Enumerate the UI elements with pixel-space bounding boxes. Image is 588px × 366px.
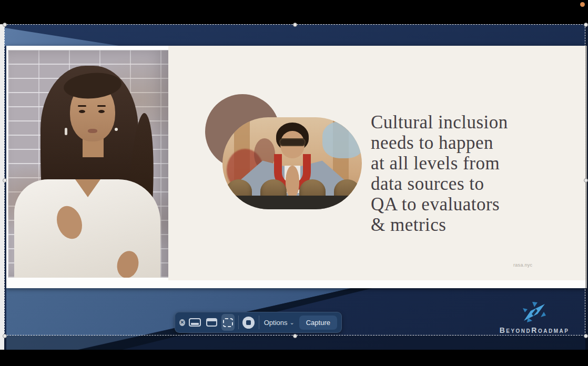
screen-capture-overlay: Cultural inclusion needs to happen at al… [0,0,588,366]
selection-handle-middle-right[interactable] [584,178,588,182]
selection-handle-top-left[interactable] [3,23,7,27]
selection-handle-top-right[interactable] [584,23,588,27]
dimmed-area-right [585,24,588,350]
selection-handle-bottom-right[interactable] [584,334,588,338]
selection-handle-bottom-left[interactable] [3,334,7,338]
page-edge-strip [0,24,4,350]
selection-handle-bottom-center[interactable] [293,334,297,338]
selection-handle-middle-left[interactable] [3,178,7,182]
menubar-indicator-dot [580,2,585,7]
capture-selection-region[interactable] [4,24,585,336]
selection-handle-top-center[interactable] [293,23,297,27]
